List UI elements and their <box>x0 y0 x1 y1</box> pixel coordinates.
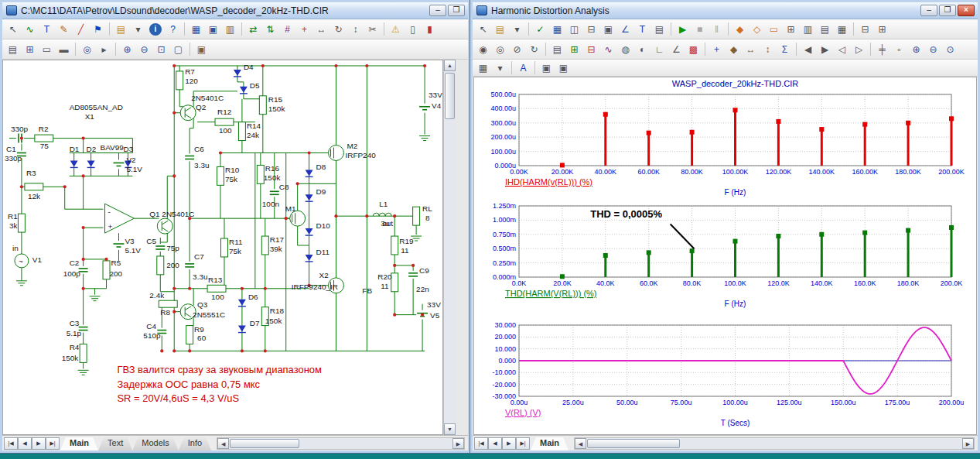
tab-info[interactable]: Info <box>179 437 211 450</box>
stats-icon[interactable]: Σ <box>777 42 793 57</box>
flip-icon[interactable]: ↕ <box>347 22 364 37</box>
horizontal-grids-icon[interactable]: ▥ <box>800 22 816 37</box>
vertical-tag-icon[interactable]: ↕ <box>760 42 776 57</box>
maximize-button[interactable]: ❐ <box>448 5 465 16</box>
vertical-scrollbar[interactable]: ▲ ▼ <box>443 60 456 435</box>
plot-pane-2[interactable]: 0.0K20.0K40.0K60.0K80.0K100.0K120.0K140.… <box>474 197 977 316</box>
text-tool-icon[interactable]: T <box>634 22 650 37</box>
peak-right-icon[interactable]: ▶ <box>817 42 833 57</box>
close-button[interactable]: × <box>958 5 975 16</box>
warning-icon[interactable]: ⚠ <box>388 22 404 37</box>
wire-tool-icon[interactable]: ∿ <box>22 22 38 37</box>
flag-tool-icon[interactable]: ⚑ <box>90 22 106 37</box>
rotate-icon[interactable]: ↻ <box>330 22 347 37</box>
zoom-help-icon[interactable]: ⊙ <box>942 42 958 57</box>
next-tab-button[interactable]: ▶ <box>32 437 46 450</box>
scroll-up-icon[interactable]: ▲ <box>444 60 456 71</box>
properties-icon[interactable]: ▤ <box>651 22 668 37</box>
analog-path-icon[interactable]: ⇅ <box>262 22 278 37</box>
error-marker-icon[interactable]: ▮ <box>422 22 438 37</box>
copy-to-clipboard-icon[interactable]: ▣ <box>193 42 210 57</box>
zoom-in-icon[interactable]: ⊕ <box>908 42 924 57</box>
horizontal-scroll-track[interactable] <box>586 438 962 449</box>
minor-log-grids-icon[interactable]: ▦ <box>834 22 850 37</box>
plot-pane-1[interactable]: 0.00K20.00K40.00K60.00K80.00K100.00K120.… <box>474 77 977 197</box>
find-next-icon[interactable]: ▸ <box>96 42 112 57</box>
analysis-horizontal-scrollbar[interactable]: ◀ ▶ <box>574 437 975 450</box>
overlap-icon[interactable]: ▣ <box>600 22 616 37</box>
cursor-mode-icon[interactable]: + <box>709 42 725 57</box>
plot-window-icon[interactable]: ▦ <box>549 22 565 37</box>
properties-icon[interactable]: ▤ <box>5 42 21 57</box>
node-numbers-icon[interactable]: # <box>279 22 295 37</box>
clipboard-icon[interactable]: ▥ <box>222 22 238 37</box>
digital-path-icon[interactable]: ⇄ <box>245 22 261 37</box>
open-file-dropdown-icon[interactable]: ▾ <box>130 22 146 37</box>
log-x-icon[interactable]: ∟ <box>651 42 668 57</box>
horizontal-tag-icon[interactable]: ↔ <box>743 42 759 57</box>
font-icon[interactable]: A <box>515 60 531 76</box>
add-waveform-icon[interactable]: ⊞ <box>566 42 582 57</box>
thumbnail-icon[interactable]: ▫ <box>891 42 907 57</box>
title-block-icon[interactable]: ▬ <box>56 42 72 57</box>
grid-toggle-icon[interactable]: ⊞ <box>22 42 38 57</box>
next-tab-button[interactable]: ▶ <box>502 437 516 450</box>
pane-layout-dropdown-icon[interactable]: ▾ <box>492 60 508 76</box>
scroll-left-icon[interactable]: ◀ <box>575 438 586 449</box>
analysis-titlebar[interactable]: Harmonic Distortion Analysis –❐× <box>473 2 978 19</box>
border-icon[interactable]: ▭ <box>39 42 55 57</box>
measure-icon[interactable]: + <box>296 22 312 37</box>
vertical-scroll-track[interactable] <box>444 71 456 423</box>
first-tab-button[interactable]: |◀ <box>4 437 18 450</box>
prev-tab-button[interactable]: ◀ <box>488 437 502 450</box>
probe-mode-icon[interactable]: ◎ <box>492 42 508 57</box>
select-tool-icon[interactable]: ↖ <box>475 22 491 37</box>
tile-vertical-icon[interactable]: ◫ <box>566 22 582 37</box>
zoom-full-icon[interactable]: ▢ <box>170 42 186 57</box>
vertical-scroll-thumb[interactable] <box>445 73 455 119</box>
horizontal-scrollbar[interactable]: ◀ ▶ <box>217 437 465 450</box>
last-tab-button[interactable]: ▶| <box>46 437 60 450</box>
scroll-down-icon[interactable]: ▼ <box>444 423 456 435</box>
graphics-tool-icon[interactable]: ✎ <box>56 22 72 37</box>
minimize-button[interactable]: – <box>429 5 446 16</box>
shape-library-icon[interactable]: ▣ <box>205 22 221 37</box>
include-icon[interactable]: ⊞ <box>874 22 890 37</box>
schematic-canvas[interactable]: ~-+330pR275C1330pAD8055AN_ADX1D1D2BAV99D… <box>2 60 443 435</box>
polar-plot-icon[interactable]: ◐ <box>634 42 650 57</box>
maximize-button[interactable]: ❐ <box>939 5 956 16</box>
delete-waveform-icon[interactable]: ⊟ <box>583 42 599 57</box>
scope-mode-icon[interactable]: ◉ <box>475 42 491 57</box>
plus-mark-icon[interactable]: ⊞ <box>783 22 799 37</box>
component-browser-icon[interactable]: ▦ <box>188 22 204 37</box>
first-tab-button[interactable]: |◀ <box>474 437 488 450</box>
last-tab-button[interactable]: ▶| <box>516 437 530 450</box>
open-dropdown-icon[interactable]: ▾ <box>509 22 525 37</box>
analysis-limits-icon[interactable]: ▤ <box>549 42 565 57</box>
pause-icon[interactable]: ‖ <box>709 22 725 37</box>
plot-pane-3[interactable]: 0.00u25.00u50.00u75.00u100.00u125.00u150… <box>474 316 977 435</box>
zoom-out-icon[interactable]: ⊖ <box>136 42 152 57</box>
help-mode-icon[interactable]: ? <box>165 22 181 37</box>
tokens-icon[interactable]: ◇ <box>749 22 765 37</box>
ruler-icon[interactable]: ▭ <box>766 22 782 37</box>
text-tool-icon[interactable]: T <box>39 22 55 37</box>
refresh-icon[interactable]: ↻ <box>526 42 542 57</box>
add-curve-icon[interactable]: ✓ <box>532 22 548 37</box>
open-file-icon[interactable]: ▤ <box>113 22 129 37</box>
tab-main[interactable]: Main <box>531 437 569 450</box>
tab-main[interactable]: Main <box>60 437 98 450</box>
scroll-left-icon[interactable]: ◀ <box>217 438 229 449</box>
scroll-right-icon[interactable]: ▶ <box>452 438 464 449</box>
stop-icon[interactable]: ■ <box>691 22 708 37</box>
tab-text[interactable]: Text <box>98 437 132 450</box>
axes-icon[interactable]: ∠ <box>617 22 633 37</box>
horizontal-scroll-thumb[interactable] <box>587 439 680 448</box>
no-update-icon[interactable]: ⊘ <box>509 42 525 57</box>
minimize-button[interactable]: – <box>920 5 937 16</box>
schematic-titlebar[interactable]: C:\MC11\DATA\Petrov\LDsound\decoder\WASP… <box>2 2 468 19</box>
tile-horizontal-icon[interactable]: ⊟ <box>583 22 599 37</box>
copy-page-icon[interactable]: ▣ <box>538 60 555 76</box>
vertical-grids-icon[interactable]: ▤ <box>817 22 833 37</box>
cut-icon[interactable]: ✂ <box>364 22 381 37</box>
